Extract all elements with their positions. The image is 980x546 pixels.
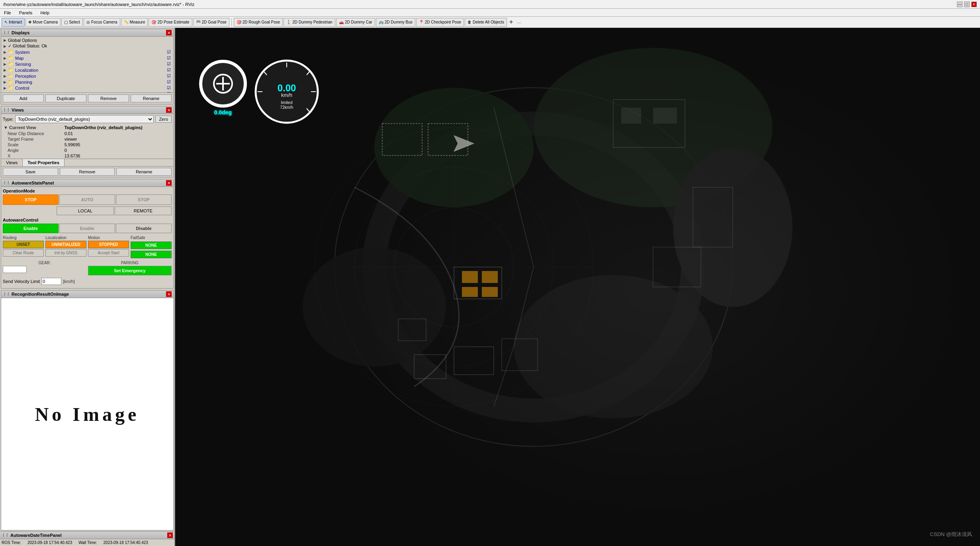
dummy-bus-button[interactable]: 🚌 2D Dummy Bus bbox=[376, 18, 415, 27]
recognition-panel: ⋮⋮ RecognitionResultOnImage ✕ No Image bbox=[1, 290, 174, 530]
datetime-panel: ⋮⋮ AutowareDateTimePanel ✕ ROS Time: 202… bbox=[0, 531, 174, 546]
recognition-header-left: ⋮⋮ RecognitionResultOnImage bbox=[3, 292, 69, 297]
display-global-status[interactable]: ▶ ✓ Global Status: Ok bbox=[2, 43, 172, 49]
remove-display-button[interactable]: Remove bbox=[88, 94, 129, 102]
rough-goal-button[interactable]: 🎯 2D Rough Goal Pose bbox=[234, 18, 283, 27]
display-perception[interactable]: ▶ 📁 Perception ☑ bbox=[2, 73, 172, 79]
view-prop-scale: Scale 5.99695 bbox=[1, 142, 173, 147]
interact-button[interactable]: ↖ Interact bbox=[2, 18, 25, 27]
display-localization[interactable]: ▶ 📁 Localization ☑ bbox=[2, 67, 172, 73]
display-planning[interactable]: ▶ 📁 Planning ☑ bbox=[2, 79, 172, 85]
failsafe-label: FailSafe bbox=[131, 236, 172, 240]
display-check: ☐ bbox=[167, 91, 171, 92]
datetime-close-button[interactable]: ✕ bbox=[167, 532, 173, 538]
view-prop-near-clip: Near Clip Distance 0.01 bbox=[1, 131, 173, 136]
views-close-button[interactable]: ✕ bbox=[166, 107, 172, 113]
focus-camera-button[interactable]: ◎ Focus Camera bbox=[84, 18, 120, 27]
views-properties: ▼ Current View TopDownOrtho (rviz_defaul… bbox=[1, 124, 173, 159]
localization-status-label: Localization bbox=[45, 236, 86, 240]
displays-close-button[interactable]: ✕ bbox=[166, 30, 172, 35]
add-display-button[interactable]: Add bbox=[3, 94, 44, 102]
disable-button[interactable]: Disable bbox=[116, 224, 172, 233]
goal-pose-button[interactable]: 🏁 2D Goal Pose bbox=[193, 18, 229, 27]
failsafe-badge-2: NONE bbox=[131, 251, 172, 258]
menu-bar: File Panels Help bbox=[0, 9, 980, 17]
arrow-icon: ▶ bbox=[4, 92, 6, 93]
svg-point-6 bbox=[303, 247, 446, 367]
maximize-button[interactable]: □ bbox=[964, 2, 970, 7]
enable-active-button[interactable]: Enable bbox=[3, 224, 59, 233]
recognition-title: RecognitionResultOnImage bbox=[12, 292, 69, 297]
menu-file[interactable]: File bbox=[2, 9, 14, 16]
checkpoint-pose-button[interactable]: 📍 2D Checkpoint Pose bbox=[416, 18, 464, 27]
arrow-icon: ▶ bbox=[4, 74, 6, 78]
menu-panels[interactable]: Panels bbox=[17, 9, 35, 16]
velocity-row: Send Velocity Limit [km/h] bbox=[3, 278, 172, 285]
views-header-left: ⋮⋮ Views bbox=[3, 108, 24, 112]
display-sensing[interactable]: ▶ 📁 Sensing ☑ bbox=[2, 61, 172, 67]
measure-button[interactable]: 📏 Measure bbox=[121, 18, 148, 27]
move-icon: ✥ bbox=[28, 20, 31, 24]
gear-input[interactable] bbox=[3, 266, 27, 273]
toolbar-extra-plus[interactable]: ✛ bbox=[508, 20, 514, 25]
stop-button[interactable]: STOP bbox=[3, 194, 59, 205]
map-area[interactable]: 0.0deg 0.00 km/h limited 72km/h bbox=[175, 28, 980, 546]
autoware-close-button[interactable]: ✕ bbox=[166, 180, 172, 186]
displays-buttons: Add Duplicate Remove Rename bbox=[1, 92, 173, 104]
car-icon: 🚗 bbox=[339, 20, 344, 24]
accept-start-button[interactable]: Accept Start bbox=[88, 249, 129, 257]
enable-inactive-button[interactable]: Enable bbox=[59, 224, 115, 233]
velocity-input[interactable] bbox=[41, 278, 61, 285]
display-check: ☑ bbox=[167, 73, 171, 79]
display-control[interactable]: ▶ 📁 Control ☑ bbox=[2, 85, 172, 91]
menu-help[interactable]: Help bbox=[38, 9, 52, 16]
local-button[interactable]: LOCAL bbox=[57, 206, 113, 215]
rename-display-button[interactable]: Rename bbox=[131, 94, 172, 102]
init-gnss-button[interactable]: Init by GNSS bbox=[45, 249, 86, 257]
set-emergency-button[interactable]: Set Emergency bbox=[88, 266, 172, 275]
close-button[interactable]: ✕ bbox=[971, 2, 977, 7]
checkpoint-icon: 📍 bbox=[419, 20, 424, 24]
views-type-select[interactable]: TopDownOrtho (rviz_default_plugins) bbox=[15, 115, 154, 123]
autoware-control-label: AutowareControl bbox=[3, 218, 172, 222]
auto-button[interactable]: AUTO bbox=[59, 194, 115, 205]
focus-icon: ◎ bbox=[86, 20, 90, 24]
move-camera-button[interactable]: ✥ Move Camera bbox=[25, 18, 61, 27]
display-check: ☑ bbox=[167, 67, 171, 73]
clear-route-button[interactable]: Clear Route bbox=[3, 249, 44, 257]
remove-view-button[interactable]: Remove bbox=[60, 168, 115, 176]
left-panel: ⋮⋮ Displays ✕ ▶ Global Options ▶ ✓ Globa… bbox=[0, 28, 175, 546]
dummy-car-button[interactable]: 🚗 2D Dummy Car bbox=[336, 18, 375, 27]
bus-icon: 🚌 bbox=[379, 20, 383, 24]
views-tabs: Views Tool Properties bbox=[1, 159, 173, 167]
tab-views[interactable]: Views bbox=[1, 159, 23, 166]
remote-button[interactable]: REMOTE bbox=[115, 206, 172, 215]
current-view-table: ▼ Current View TopDownOrtho (rviz_defaul… bbox=[1, 124, 173, 159]
display-label: Control bbox=[15, 86, 29, 90]
pose-estimate-button[interactable]: 🎯 2D Pose Estimate bbox=[149, 18, 192, 27]
rename-view-button[interactable]: Rename bbox=[116, 168, 172, 176]
recognition-close-button[interactable]: ✕ bbox=[166, 291, 172, 297]
dummy-pedestrian-button[interactable]: 🚶 2D Dummy Pedestrian bbox=[284, 18, 335, 27]
displays-header: ⋮⋮ Displays ✕ bbox=[1, 29, 173, 37]
minimize-button[interactable]: — bbox=[957, 2, 962, 7]
display-system[interactable]: ▶ 📁 System ☑ bbox=[2, 49, 172, 55]
display-label: Planning bbox=[15, 80, 32, 84]
display-label: Global Options bbox=[8, 38, 37, 43]
select-icon: ▢ bbox=[64, 20, 68, 24]
save-view-button[interactable]: Save bbox=[3, 168, 58, 176]
views-title: Views bbox=[12, 108, 24, 112]
duplicate-display-button[interactable]: Duplicate bbox=[45, 94, 86, 102]
tab-tool-properties[interactable]: Tool Properties bbox=[23, 159, 65, 166]
views-type-row: Type: TopDownOrtho (rviz_default_plugins… bbox=[1, 114, 173, 124]
delete-all-button[interactable]: 🗑 Delete All Objects bbox=[465, 18, 507, 27]
display-map[interactable]: ▶ 📁 Map ☑ bbox=[2, 55, 172, 61]
select-button[interactable]: ▢ Select bbox=[61, 18, 83, 27]
stop-inactive-button[interactable]: STOP bbox=[116, 194, 172, 205]
views-zero-button[interactable]: Zero bbox=[155, 116, 172, 123]
view-prop-angle: Angle 0 bbox=[1, 147, 173, 153]
display-global-options[interactable]: ▶ Global Options bbox=[2, 37, 172, 43]
toolbar-extra-minus[interactable]: — bbox=[515, 20, 523, 25]
displays-drag-icon: ⋮⋮ bbox=[3, 31, 10, 35]
prop-name: Scale bbox=[1, 142, 62, 147]
